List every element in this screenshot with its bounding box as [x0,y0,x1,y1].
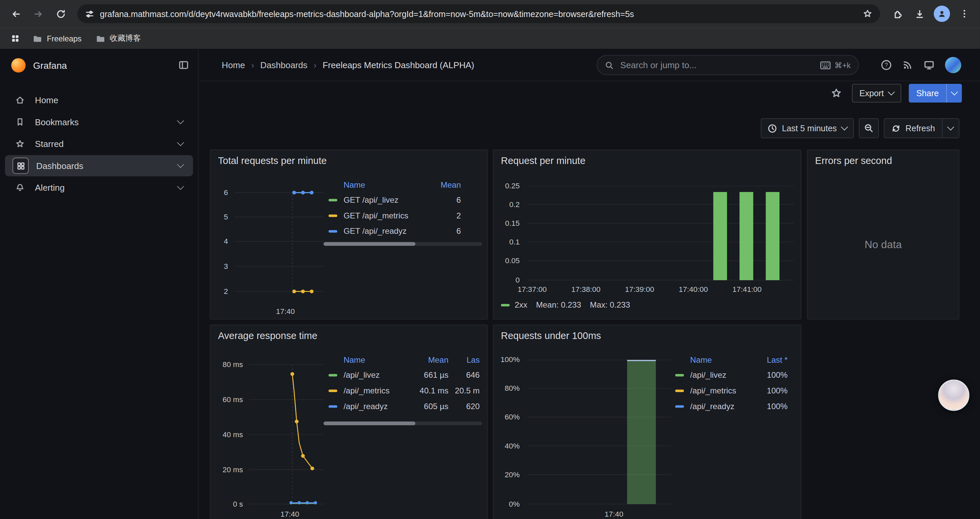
series-color-swatch [329,374,337,376]
panel-title[interactable]: Total requests per minute [218,155,327,166]
search-input[interactable] [619,59,815,71]
forward-button[interactable] [27,3,49,24]
y-tick: 2 [210,287,228,295]
y-tick: 3 [210,262,228,271]
chevron-down-icon [177,183,184,190]
extensions-icon[interactable] [886,3,908,24]
chevron-down-icon [177,161,184,168]
sidebar-item-label: Alerting [35,183,65,193]
downloads-icon[interactable] [908,3,930,24]
chart-plot-under-100ms[interactable] [528,360,671,505]
back-button[interactable] [5,3,26,24]
panel-avg-response-time: Average response time 80 ms 60 ms 40 ms … [210,325,488,519]
breadcrumb-home[interactable]: Home [222,60,245,70]
address-bar[interactable]: grafana.mathmast.com/d/deytv4rwavabkb/fr… [77,4,880,23]
refresh-icon [891,124,900,133]
legend-col-last[interactable]: Las [448,355,480,364]
folder-icon [32,34,42,43]
panel-title[interactable]: Request per minute [501,155,585,166]
legend-col-name[interactable]: Name [344,355,404,364]
legend-scrollbar[interactable] [323,422,482,425]
chart-plot-total-requests[interactable] [229,184,324,305]
export-button[interactable]: Export [852,84,901,102]
series-color-swatch [675,405,684,407]
panel-title[interactable]: Requests under 100ms [501,330,601,342]
y-tick: 0% [493,500,520,508]
legend-row[interactable]: /api/_readyz 100% [670,398,792,414]
y-tick: 0.05 [493,257,520,265]
legend-table: Name Mean GET /api/_livez 6 GET /api/_me… [323,177,482,246]
legend-scrollbar[interactable] [323,242,482,246]
legend-row[interactable]: /api/_livez 100% [670,367,792,383]
y-tick: 0 s [210,500,243,508]
x-tick: 17:38:00 [564,285,608,294]
share-menu-chevron[interactable] [946,84,962,102]
legend-col-mean[interactable]: Mean [426,180,461,189]
sidebar-item-dashboards[interactable]: Dashboards [5,155,193,176]
search-bar[interactable]: ⌘+k [597,55,859,75]
x-tick: 17:41:00 [725,285,769,294]
scrollbar-thumb[interactable] [323,242,415,246]
legend-col-last[interactable]: Last * [752,355,788,364]
legend-col-name[interactable]: Name [690,355,752,364]
bookmark-star-icon[interactable] [862,9,873,19]
apps-grid-icon[interactable] [6,30,24,47]
series-max: Max: 0.233 [590,300,630,310]
sidebar-item-bookmarks[interactable]: Bookmarks [5,111,193,133]
breadcrumb-dashboards[interactable]: Dashboards [260,60,307,70]
url-text[interactable]: grafana.mathmast.com/d/deytv4rwavabkb/fr… [100,9,857,18]
bookmark-folder-blog[interactable]: 收藏博客 [91,30,146,47]
sidebar-item-alerting[interactable]: Alerting [5,177,193,198]
sidebar-item-home[interactable]: Home [5,89,193,111]
legend-row[interactable]: /api/_metrics 40.1 ms 20.5 m [323,383,482,398]
legend-row[interactable]: /api/_readyz 605 µs 620 [323,398,482,414]
legend-row[interactable]: GET /api/_livez 6 [323,192,482,208]
reload-button[interactable] [50,3,72,24]
chart-plot-request-per-minute[interactable] [528,186,794,281]
time-range-picker[interactable]: Last 5 minutes [761,118,854,138]
bookmark-folder-freeleaps[interactable]: Freeleaps [27,30,86,47]
legend-row[interactable]: GET /api/_readyz 6 [323,223,482,239]
panel-title[interactable]: Average response time [218,330,318,342]
panel-total-requests: Total requests per minute 6 5 4 3 2 17:4… [210,150,488,319]
profile-avatar[interactable] [931,3,953,24]
floating-assistant-avatar[interactable] [938,380,969,411]
legend-table: Name Last * /api/_livez 100% /api/_metri… [670,352,792,414]
tune-icon[interactable] [85,9,94,18]
legend-row[interactable]: /api/_metrics 100% [670,383,792,398]
grafana-logo[interactable] [11,58,26,72]
series-label[interactable]: 2xx [515,300,527,310]
legend-row[interactable]: /api/_livez 661 µs 646 [323,367,482,383]
series-color-swatch [329,214,337,216]
user-avatar[interactable] [945,57,961,73]
favorite-star-icon[interactable] [830,88,842,99]
x-tick: 17:40 [271,509,309,518]
x-tick: 17:40:00 [671,285,715,294]
legend-row[interactable]: GET /api/_metrics 2 [323,208,482,224]
sidebar-toggle-icon[interactable] [178,59,189,71]
legend-row[interactable]: 2xx Mean: 0.233 Max: 0.233 [501,300,630,310]
browser-menu-icon[interactable] [954,3,975,24]
refresh-button[interactable]: Refresh [884,118,959,138]
y-tick: 60% [493,413,520,422]
legend-col-mean[interactable]: Mean [404,355,449,364]
scrollbar-thumb[interactable] [323,422,415,425]
sidebar-item-starred[interactable]: Starred [5,133,193,155]
series-color-swatch [501,303,510,306]
help-icon[interactable]: ? [881,59,892,71]
news-rss-icon[interactable] [902,59,913,71]
bookmarks-bar: Freeleaps 收藏博客 [0,27,980,49]
series-mean: Mean: 0.233 [536,300,581,310]
sidebar-menu: Home Bookmarks Starred [0,81,198,198]
refresh-interval-chevron[interactable] [942,119,959,137]
panel-requests-under-100ms: Requests under 100ms 100% 80% 60% 40% 20… [493,325,801,519]
panel-title[interactable]: Errors per second [815,155,892,166]
chart-plot-avg-response[interactable] [249,360,324,509]
kiosk-monitor-icon[interactable] [923,59,935,71]
legend-col-name[interactable]: Name [344,180,426,189]
share-label: Share [908,84,946,102]
zoom-out-button[interactable] [859,118,878,138]
breadcrumb-current: Freeleaps Metrics Dashboard (ALPHA) [323,60,474,70]
x-tick: 17:40 [267,307,304,316]
share-button[interactable]: Share [908,84,962,102]
